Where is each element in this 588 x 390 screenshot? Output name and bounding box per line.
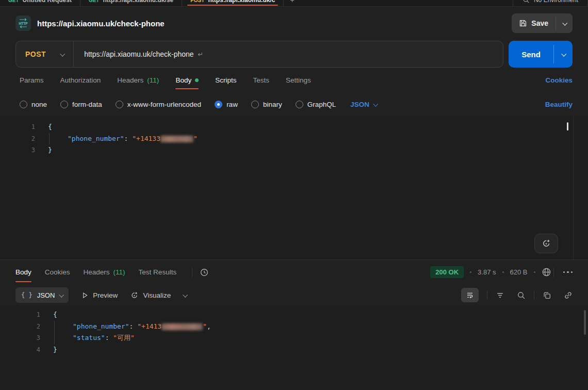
globe-network-icon[interactable]	[542, 267, 551, 277]
method-badge: GET	[89, 0, 100, 3]
code-token: :	[124, 135, 133, 142]
mode-label: none	[31, 101, 47, 108]
tab-bar-spacer	[301, 0, 513, 6]
save-label: Save	[531, 19, 548, 27]
mode-none[interactable]: none	[20, 101, 47, 108]
filter-button[interactable]	[496, 291, 504, 300]
format-label: JSON	[37, 291, 55, 299]
line-number: 4	[0, 344, 40, 356]
code-token: }	[48, 146, 52, 154]
save-button[interactable]: Save	[512, 13, 556, 33]
tab-headers[interactable]: Headers (11)	[117, 68, 159, 92]
beautify-link[interactable]: Beautify	[545, 101, 573, 108]
code-token: ,	[207, 322, 211, 330]
code-token: :	[105, 334, 113, 342]
code-token: :	[129, 322, 138, 330]
request-tab-1[interactable]: GET Untitled Request	[0, 0, 80, 7]
scrollbar-thumb[interactable]	[567, 122, 568, 131]
response-size[interactable]: 620 B	[510, 268, 528, 276]
copy-response-button[interactable]	[543, 291, 551, 300]
preview-button[interactable]: Preview	[81, 291, 118, 299]
method-dropdown[interactable]: POST	[16, 41, 73, 67]
status-badge[interactable]: 200 OK	[430, 266, 464, 278]
tab-label: Tests	[253, 76, 269, 84]
svg-text:HTTP: HTTP	[19, 22, 28, 25]
mode-binary[interactable]: binary	[251, 101, 282, 108]
radio-icon	[296, 101, 303, 108]
tab-authorization[interactable]: Authorization	[60, 68, 101, 92]
tab-body[interactable]: Body	[175, 68, 199, 92]
request-header: HTTP HTTP https://api.xiaomu.uk/check-ph…	[0, 7, 588, 40]
response-tab-headers[interactable]: Headers (11)	[84, 260, 125, 284]
tab-label: Body	[175, 76, 191, 84]
divider	[487, 291, 487, 299]
json-key: "phone_number"	[68, 135, 124, 142]
send-button[interactable]: Send	[509, 41, 553, 68]
json-key: "phone_number"	[73, 322, 129, 330]
radio-selected-icon	[215, 101, 222, 108]
tab-title: https://api.xiaomu.uk/c	[208, 0, 275, 4]
response-time[interactable]: 3.87 s	[478, 268, 496, 276]
raw-type-dropdown[interactable]: JSON	[350, 101, 377, 108]
chevron-down-icon[interactable]	[183, 292, 188, 297]
environment-label: No Environment	[534, 0, 578, 4]
request-tab-3-active[interactable]: POST https://api.xiaomu.uk/c	[182, 0, 284, 7]
mode-label: form-data	[72, 101, 102, 108]
method-badge: GET	[8, 0, 19, 3]
send-options-button[interactable]	[554, 41, 573, 68]
scrollbar-thumb[interactable]	[584, 310, 586, 335]
code-token: {	[48, 123, 52, 131]
chevron-down-icon	[561, 51, 566, 56]
response-tab-cookies[interactable]: Cookies	[45, 260, 70, 284]
link-response-button[interactable]	[564, 291, 573, 300]
tab-label: Headers	[117, 76, 143, 84]
tab-settings[interactable]: Settings	[286, 68, 311, 92]
request-body-editor[interactable]: 1 { 2 "phone_number": "+14133" 3 }	[0, 116, 588, 259]
line-number: 2	[0, 321, 40, 333]
history-clock-icon[interactable]	[200, 268, 209, 277]
visualize-label: Visualize	[143, 291, 171, 299]
mode-raw-selected[interactable]: raw	[215, 101, 238, 108]
more-options-button[interactable]	[563, 271, 573, 273]
scrollbar-track	[573, 116, 574, 259]
redacted-value	[160, 136, 193, 142]
postbot-button[interactable]	[534, 234, 558, 253]
request-tab-2[interactable]: GET https://api.xiaomu.uk/se	[80, 0, 182, 7]
separator-dot	[470, 271, 471, 273]
search-icon	[522, 0, 530, 4]
new-tab-button[interactable]: +	[284, 0, 300, 7]
link-icon	[564, 291, 573, 300]
mode-graphql[interactable]: GraphQL	[296, 101, 336, 108]
response-tab-test-results[interactable]: Test Results	[139, 260, 177, 284]
mode-urlencoded[interactable]: x-www-form-urlencoded	[116, 101, 201, 108]
tab-scripts[interactable]: Scripts	[215, 68, 236, 92]
response-format-dropdown[interactable]: { } JSON	[15, 287, 69, 303]
tab-tests[interactable]: Tests	[253, 68, 269, 92]
code-line: 2 "phone_number": "+14133"	[0, 133, 588, 145]
tab-label: Params	[20, 76, 44, 84]
response-toolbar: { } JSON Preview Visualize	[0, 284, 588, 306]
json-value: "	[193, 135, 198, 142]
environment-selector[interactable]: No Environment	[513, 0, 588, 7]
sparkle-wand-icon	[130, 291, 139, 300]
separator-dot	[534, 271, 535, 273]
url-box: POST https://api.xiaomu.uk/check-phone ↵	[15, 41, 503, 68]
json-value: "+1413	[137, 322, 161, 330]
visualize-button[interactable]: Visualize	[130, 291, 171, 300]
response-tab-body[interactable]: Body	[15, 260, 31, 284]
search-response-button[interactable]	[517, 291, 526, 300]
response-body-editor[interactable]: 1 { 2 "phone_number": "+1413", 3 "status…	[0, 306, 588, 390]
code-line: 3 "status": "可用"	[0, 332, 588, 344]
cookies-link[interactable]: Cookies	[545, 76, 573, 84]
mode-form-data[interactable]: form-data	[60, 101, 102, 108]
radio-icon	[20, 101, 27, 108]
tab-params[interactable]: Params	[20, 68, 44, 92]
wrap-text-icon	[466, 291, 474, 299]
save-options-button[interactable]	[556, 13, 573, 33]
line-number: 1	[0, 309, 40, 321]
tab-label: Authorization	[60, 76, 101, 84]
postman-window: GET Untitled Request GET https://api.xia…	[0, 0, 588, 390]
tab-label: Body	[15, 268, 31, 276]
url-input[interactable]: https://api.xiaomu.uk/check-phone ↵	[74, 41, 503, 67]
wrap-lines-button[interactable]	[461, 288, 479, 302]
